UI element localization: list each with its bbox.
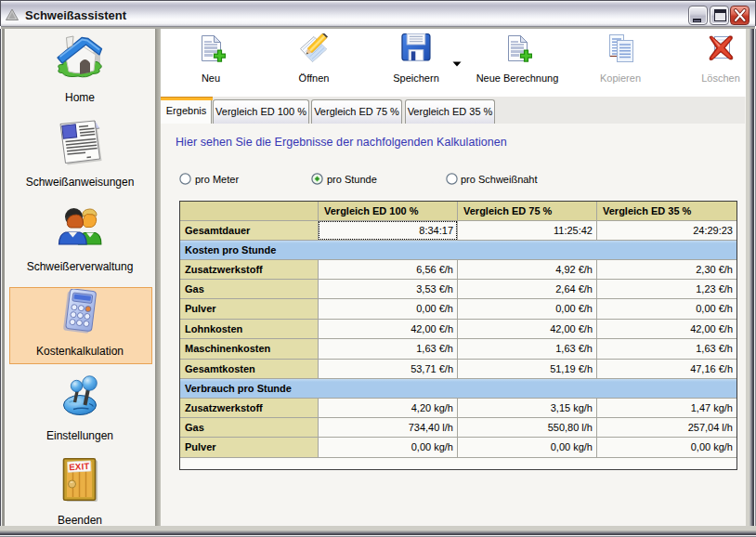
svg-text:EXIT: EXIT [69,461,90,472]
